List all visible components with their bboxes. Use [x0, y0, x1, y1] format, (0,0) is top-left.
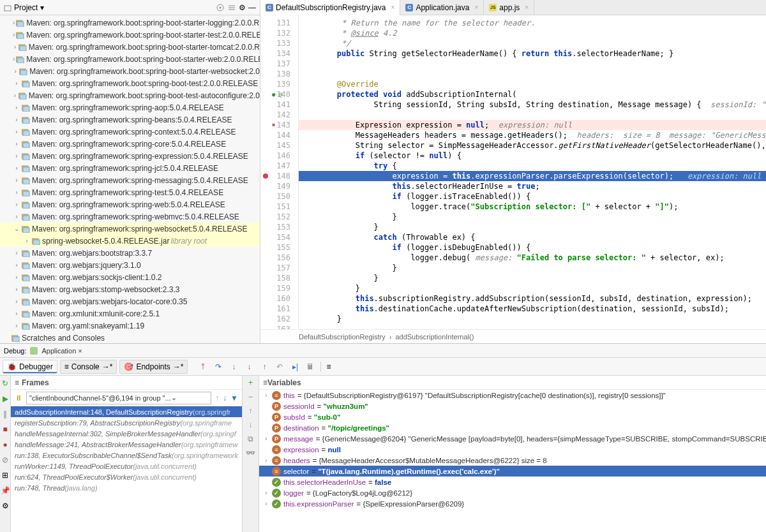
variable-row[interactable]: ✓ this.selectorHeaderInUse = false [259, 477, 766, 487]
breadcrumb[interactable]: DefaultSubscriptionRegistry › addSubscri… [260, 329, 766, 343]
code-line[interactable]: } [299, 314, 766, 324]
close-tab-icon[interactable]: × [474, 4, 478, 11]
variable-row[interactable]: P sessionId = "whuzn3um" [259, 401, 766, 411]
tree-item[interactable]: ›Maven: org.springframework.boot:spring-… [0, 89, 260, 101]
step-over-icon[interactable]: ↷ [213, 362, 223, 372]
stack-frame[interactable]: run:138, ExecutorSubscribableChannel$Sen… [11, 450, 242, 461]
resume-icon[interactable]: ▶ [0, 394, 10, 404]
code-line[interactable]: } [299, 273, 766, 283]
settings-icon[interactable]: ⚙ [239, 3, 246, 12]
stack-frame[interactable]: registerSubscription:79, AbstractSubscri… [11, 417, 242, 428]
code-line[interactable]: expression = this.expressionParser.parse… [299, 171, 766, 181]
close-tab-icon[interactable]: × [525, 4, 529, 11]
tree-item[interactable]: ›Maven: org.springframework:spring-test:… [0, 186, 260, 198]
tree-item[interactable]: ›Maven: org.springframework.boot:spring-… [0, 53, 260, 65]
pause-icon[interactable]: ‖ [0, 409, 10, 419]
pin-icon[interactable]: 📌 [0, 485, 10, 496]
code-line[interactable]: logger.trace("Subscription selector: [" … [299, 202, 766, 212]
tree-item[interactable]: ›Maven: org.springframework:spring-beans… [0, 114, 260, 126]
tree-item[interactable]: ›Maven: org.springframework:spring-expre… [0, 150, 260, 162]
prev-frame-icon[interactable]: ↑ [215, 394, 219, 403]
step-out-icon[interactable]: ↑ [259, 362, 269, 372]
editor-tab[interactable]: CApplication.java× [400, 0, 484, 15]
copy-icon[interactable]: ⧉ [248, 434, 253, 443]
tree-item[interactable]: ›Maven: org.springframework:spring-jcl:5… [0, 162, 260, 174]
filter-frames-icon[interactable]: ▼ [230, 394, 238, 403]
trace-icon[interactable]: ≡ [320, 362, 331, 372]
tree-item[interactable]: ›Maven: org.springframework:spring-core:… [0, 138, 260, 150]
rerun-icon[interactable]: ↻ [0, 378, 10, 388]
tab-endpoints[interactable]: 🎯 Endpoints →* [119, 360, 188, 374]
stack-frame[interactable]: run:624, ThreadPoolExecutor$Worker (java… [11, 471, 242, 482]
code-line[interactable]: protected void addSubscriptionInternal( [299, 89, 766, 100]
project-tree[interactable]: ›Maven: org.springframework.boot:spring-… [0, 15, 260, 343]
collapse-icon[interactable] [227, 3, 236, 12]
code-line[interactable] [299, 324, 766, 329]
add-watch-icon[interactable]: + [248, 378, 253, 387]
code-line[interactable]: } [299, 283, 766, 293]
stack-frame[interactable]: run:748, Thread (java.lang) [11, 482, 242, 493]
down-icon[interactable]: ↓ [248, 420, 252, 429]
code-line[interactable] [299, 110, 766, 120]
stop-icon[interactable]: ■ [0, 424, 10, 434]
editor-tab[interactable]: JSapp.js× [484, 0, 534, 15]
code-line[interactable]: logger.debug( message: "Failed to parse … [299, 253, 766, 263]
tree-item[interactable]: ›Maven: org.springframework:spring-messa… [0, 174, 260, 186]
code-line[interactable]: } [299, 222, 766, 232]
next-frame-icon[interactable]: ↓ [223, 394, 227, 403]
variable-row[interactable]: ›✓ logger = {LogFactory$Log4jLog@6212} [259, 487, 766, 498]
tree-item[interactable]: ›Maven: org.springframework.boot:spring-… [0, 77, 260, 89]
code-line[interactable]: try { [299, 161, 766, 171]
tree-item[interactable]: ›Maven: org.webjars:sockjs-client:1.0.2 [0, 271, 260, 283]
breakpoints-icon[interactable]: ● [0, 440, 10, 450]
variable-row[interactable]: ›≡ this = {DefaultSubscriptionRegistry@6… [259, 390, 766, 401]
target-icon[interactable] [216, 3, 225, 12]
code-line[interactable] [299, 59, 766, 69]
show-exec-point-icon[interactable]: ⤒ [198, 362, 208, 372]
code-line[interactable]: } [299, 212, 766, 222]
hide-icon[interactable]: — [248, 3, 256, 12]
close-tab-icon[interactable]: × [391, 4, 395, 11]
code-line[interactable]: catch (Throwable ex) { [299, 232, 766, 242]
restore-layout-icon[interactable]: ⊞ [0, 470, 10, 480]
variable-row[interactable]: ›P message = {GenericMessage@6204} "Gene… [259, 433, 766, 444]
code-line[interactable] [299, 69, 766, 79]
tab-console[interactable]: ≡ Console →* [60, 360, 117, 374]
stack-frame[interactable]: runWorker:1149, ThreadPoolExecutor (java… [11, 461, 242, 471]
tree-item[interactable]: ›spring-websocket-5.0.4.RELEASE.jar libr… [0, 235, 260, 247]
code-line[interactable]: if (logger.isTraceEnabled()) { [299, 191, 766, 202]
variable-row[interactable]: ≡ selector = "T(java.lang.Runtime).getRu… [259, 466, 766, 477]
tree-item[interactable]: ›Maven: org.springframework:spring-aop:5… [0, 101, 260, 114]
tree-item[interactable]: ›Maven: org.yaml:snakeyaml:1.19 [0, 320, 260, 332]
code-line[interactable]: Expression expression = null; expression… [299, 120, 766, 130]
tree-item[interactable]: ›Maven: org.webjars:bootstrap:3.3.7 [0, 247, 260, 259]
code-line[interactable]: this.selectorHeaderInUse = true; [299, 181, 766, 191]
variable-row[interactable]: P destination = "/topic/greetings" [259, 422, 766, 433]
tree-item[interactable]: ›Maven: org.springframework.boot:spring-… [0, 17, 260, 29]
tree-item[interactable]: ›Maven: org.springframework:spring-conte… [0, 126, 260, 138]
mute-bp-icon[interactable]: ⊘ [0, 455, 10, 465]
tree-item[interactable]: ›Maven: org.webjars:jquery:3.1.0 [0, 259, 260, 271]
tree-item[interactable]: ›Maven: org.springframework:spring-web:5… [0, 198, 260, 211]
code-line[interactable]: * Return the name for the selector heade… [299, 18, 766, 28]
debug-app-name[interactable]: Application × [41, 347, 82, 355]
watches-toggle-icon[interactable]: 👓 [246, 448, 255, 457]
editor-tab[interactable]: CDefaultSubscriptionRegistry.java× [260, 0, 400, 15]
code-line[interactable]: } [299, 263, 766, 273]
drop-frame-icon[interactable]: ↶ [274, 362, 285, 372]
thread-selector[interactable]: "clientInboundChannel-5"@6,194 in group … [26, 392, 211, 404]
code-line[interactable]: if (logger.isDebugEnabled()) { [299, 242, 766, 253]
force-step-into-icon[interactable]: ↓ [244, 362, 254, 372]
tree-item[interactable]: ⌄Maven: org.springframework:spring-webso… [0, 223, 260, 235]
tree-item[interactable]: ›Maven: org.webjars:stomp-websocket:2.3.… [0, 283, 260, 295]
code-line[interactable]: public String getSelectorHeaderName() { … [299, 48, 766, 59]
tree-item[interactable]: ›Maven: org.webjars:webjars-locator-core… [0, 295, 260, 307]
stack-frame[interactable]: addSubscriptionInternal:148, DefaultSubs… [11, 406, 242, 417]
variable-row[interactable]: P subsId = "sub-0" [259, 411, 766, 422]
stack-frame[interactable]: handleMessage:241, AbstractBrokerMessage… [11, 439, 242, 450]
tree-item[interactable]: ›Maven: org.springframework.boot:spring-… [0, 29, 260, 41]
code-line[interactable]: if (selector != null) { [299, 151, 766, 161]
code-line[interactable]: String sessionId, String subsId, String … [299, 100, 766, 110]
project-dropdown[interactable]: Project ▾ [4, 3, 44, 12]
tree-item[interactable]: Scratches and Consoles [0, 332, 260, 343]
